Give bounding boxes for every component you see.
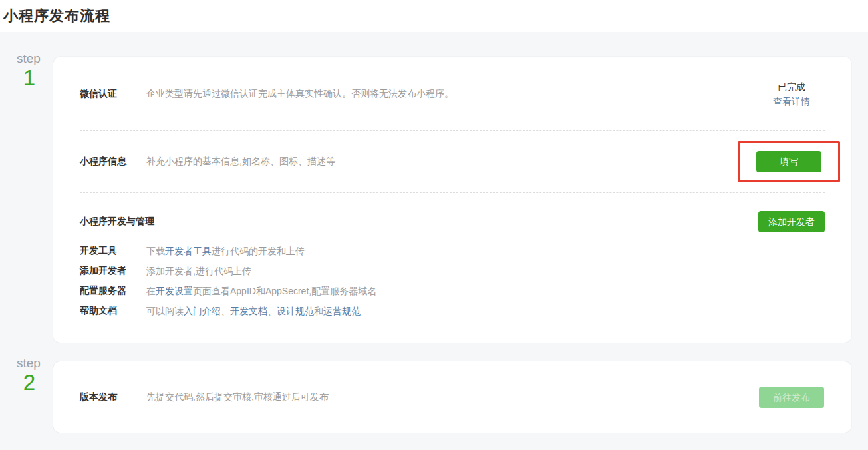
dev-tools-desc: 下载开发者工具进行代码的开发和上传 <box>146 241 305 261</box>
step2-card: 版本发布 先提交代码,然后提交审核,审核通过后可发布 前往发布 <box>53 361 851 433</box>
page-title: 小程序发布流程 <box>3 6 110 26</box>
configure-server-desc-text: 页面查看AppID和AppSecret,配置服务器域名 <box>193 286 376 296</box>
version-release-desc: 先提交代码,然后提交审核,审核通过后可发布 <box>146 391 329 403</box>
add-developer-row: 添加开发者 添加开发者,进行代码上传 <box>80 261 825 281</box>
miniprogram-info-right: 填写 <box>738 141 825 182</box>
go-release-button[interactable]: 前往发布 <box>759 387 824 408</box>
dev-manage-title: 小程序开发与管理 <box>80 216 154 228</box>
operation-guidelines-link[interactable]: 运营规范 <box>323 306 361 316</box>
design-guidelines-link[interactable]: 设计规范 <box>277 306 314 316</box>
configure-server-label: 配置服务器 <box>80 285 146 297</box>
page-header: 小程序发布流程 <box>0 0 868 32</box>
dev-manage-subrows: 开发工具 下载开发者工具进行代码的开发和上传 添加开发者 添加开发者,进行代码上… <box>80 241 825 321</box>
step2-word: step <box>17 356 53 371</box>
add-developer-desc: 添加开发者,进行代码上传 <box>146 261 251 281</box>
step2-indicator: step 2 <box>0 356 53 433</box>
content: step 1 微信认证 企业类型请先通过微信认证完成主体真实性确认。否则将无法发… <box>0 32 868 433</box>
dev-settings-link[interactable]: 开发设置 <box>156 286 193 296</box>
dev-tools-desc-text: 进行代码的开发和上传 <box>212 246 305 256</box>
configure-server-desc-text: 在 <box>146 286 156 296</box>
dev-manage-header: 小程序开发与管理 添加开发者 <box>80 210 825 233</box>
intro-guide-link[interactable]: 入门介绍 <box>184 306 221 316</box>
developer-tools-link[interactable]: 开发者工具 <box>165 246 212 256</box>
dev-tools-desc-text: 下载 <box>146 246 165 256</box>
step2-section: step 2 版本发布 先提交代码,然后提交审核,审核通过后可发布 前往发布 <box>0 361 868 433</box>
dev-manage-group: 小程序开发与管理 添加开发者 开发工具 下载开发者工具进行代码的开发和上传 <box>80 193 825 343</box>
miniprogram-info-label: 小程序信息 <box>80 156 146 168</box>
help-docs-desc-text: 和 <box>314 306 323 316</box>
step1-indicator: step 1 <box>0 51 53 343</box>
version-release-right: 前往发布 <box>758 387 825 408</box>
page: 小程序发布流程 step 1 微信认证 企业类型请先通过微信认证完成主体真实性确… <box>0 0 868 450</box>
add-developer-label: 添加开发者 <box>80 265 146 277</box>
help-docs-desc-text: 可以阅读 <box>146 306 184 316</box>
step1-number: 1 <box>17 66 42 90</box>
version-release-label: 版本发布 <box>80 391 146 403</box>
help-docs-label: 帮助文档 <box>80 305 146 317</box>
configure-server-row: 配置服务器 在开发设置页面查看AppID和AppSecret,配置服务器域名 <box>80 281 825 301</box>
configure-server-desc: 在开发设置页面查看AppID和AppSecret,配置服务器域名 <box>146 281 376 301</box>
fill-info-button[interactable]: 填写 <box>756 151 821 172</box>
help-docs-desc: 可以阅读入门介绍、开发文档、设计规范和运营规范 <box>146 301 361 321</box>
wechat-verify-desc: 企业类型请先通过微信认证完成主体真实性确认。否则将无法发布小程序。 <box>146 88 454 100</box>
view-details-link[interactable]: 查看详情 <box>773 94 810 109</box>
dev-tools-label: 开发工具 <box>80 245 146 257</box>
step1-word: step <box>17 51 53 66</box>
miniprogram-info-desc: 补充小程序的基本信息,如名称、图标、描述等 <box>146 156 335 168</box>
wechat-verify-row: 微信认证 企业类型请先通过微信认证完成主体真实性确认。否则将无法发布小程序。 已… <box>80 57 825 130</box>
add-developer-button[interactable]: 添加开发者 <box>758 211 825 232</box>
help-docs-desc-text: 、 <box>267 306 277 316</box>
add-developer-desc-text: 添加开发者,进行代码上传 <box>146 266 251 276</box>
dev-docs-link[interactable]: 开发文档 <box>230 306 267 316</box>
red-highlight-annotation: 填写 <box>738 141 840 182</box>
help-docs-desc-text: 、 <box>221 306 230 316</box>
step1-section: step 1 微信认证 企业类型请先通过微信认证完成主体真实性确认。否则将无法发… <box>0 57 868 343</box>
dev-manage-right: 添加开发者 <box>758 211 825 232</box>
miniprogram-info-row: 小程序信息 补充小程序的基本信息,如名称、图标、描述等 填写 <box>80 131 825 192</box>
wechat-verify-right: 已完成 查看详情 <box>758 79 825 109</box>
dev-tools-row: 开发工具 下载开发者工具进行代码的开发和上传 <box>80 241 825 261</box>
wechat-verify-label: 微信认证 <box>80 88 146 100</box>
step1-card: 微信认证 企业类型请先通过微信认证完成主体真实性确认。否则将无法发布小程序。 已… <box>53 57 851 343</box>
step2-number: 2 <box>17 371 42 395</box>
version-release-row: 版本发布 先提交代码,然后提交审核,审核通过后可发布 前往发布 <box>80 361 825 433</box>
verify-status-badge: 已完成 <box>778 79 805 94</box>
help-docs-row: 帮助文档 可以阅读入门介绍、开发文档、设计规范和运营规范 <box>80 301 825 321</box>
